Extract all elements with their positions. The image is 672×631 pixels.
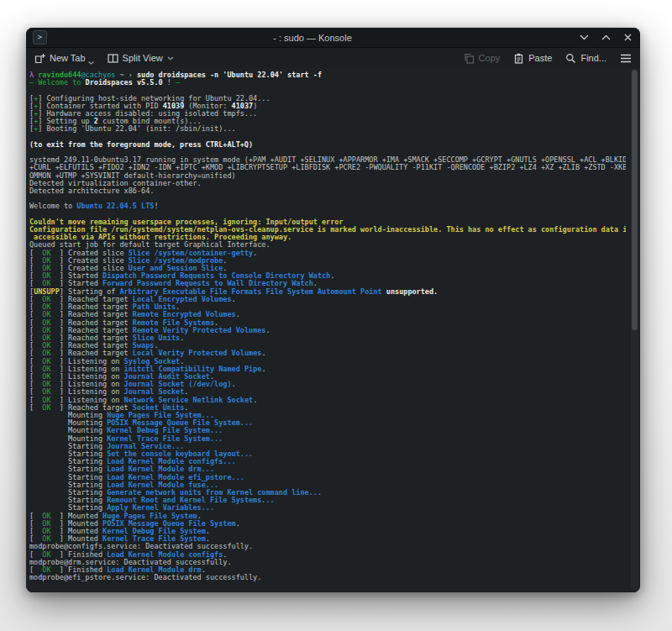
split-view-label: Split View <box>123 53 163 63</box>
terminal-output: λ ravindu644@cachyos ~ › sudo droidspace… <box>29 71 626 590</box>
find-label: Find... <box>580 53 606 63</box>
scrollbar-thumb[interactable] <box>632 70 638 330</box>
copy-icon <box>464 53 475 64</box>
paste-label: Paste <box>528 53 552 63</box>
minimize-button[interactable] <box>578 32 590 44</box>
titlebar[interactable]: > - : sudo — Konsole <box>26 28 640 48</box>
terminal-line: Welcome to Ubuntu 22.04.5 LTS! <box>29 202 626 210</box>
menu-button[interactable] <box>620 54 632 63</box>
paste-button[interactable]: Paste <box>513 53 552 64</box>
chevron-up-icon <box>601 34 611 40</box>
hamburger-menu-icon <box>620 54 632 63</box>
window-title: - : sudo — Konsole <box>47 33 578 43</box>
terminal-line: — Welcome to Droidspaces v5.5.0 ! — <box>29 79 626 87</box>
split-view-caret-icon <box>167 56 174 60</box>
find-button[interactable]: Find... <box>565 53 606 64</box>
new-tab-button[interactable]: New Tab <box>34 53 94 64</box>
split-view-button[interactable]: Split View <box>108 53 174 64</box>
terminal[interactable]: λ ravindu644@cachyos ~ › sudo droidspace… <box>26 68 640 592</box>
window-controls <box>578 32 633 44</box>
terminal-line: Detected architecture x86-64. <box>29 187 626 195</box>
terminal-scrollbar[interactable] <box>631 70 638 590</box>
close-button[interactable] <box>622 32 633 44</box>
copy-button[interactable]: Copy <box>464 53 501 64</box>
terminal-line: (to exit from the foreground mode, press… <box>29 141 626 149</box>
toolbar-right-group: Copy Paste Find... <box>464 53 632 64</box>
search-icon <box>565 53 576 64</box>
terminal-line: [+] Booting 'Ubuntu 22.04' (init: /sbin/… <box>29 125 626 133</box>
paste-icon <box>513 53 524 64</box>
konsole-window: > - : sudo — Konsole New Tab Split View <box>26 28 640 592</box>
split-view-icon <box>108 53 118 64</box>
toolbar: New Tab Split View Copy Paste Find... <box>26 48 640 68</box>
new-tab-icon <box>34 53 45 64</box>
konsole-app-icon: > <box>33 30 47 45</box>
close-icon <box>624 34 632 41</box>
terminal-line: modprobe@efi_pstore.service: Deactivated… <box>29 574 626 581</box>
copy-label: Copy <box>479 53 501 63</box>
new-tab-label: New Tab <box>50 53 86 63</box>
maximize-button[interactable] <box>600 32 612 44</box>
new-tab-caret-icon <box>88 56 94 66</box>
chevron-down-icon <box>580 34 589 40</box>
